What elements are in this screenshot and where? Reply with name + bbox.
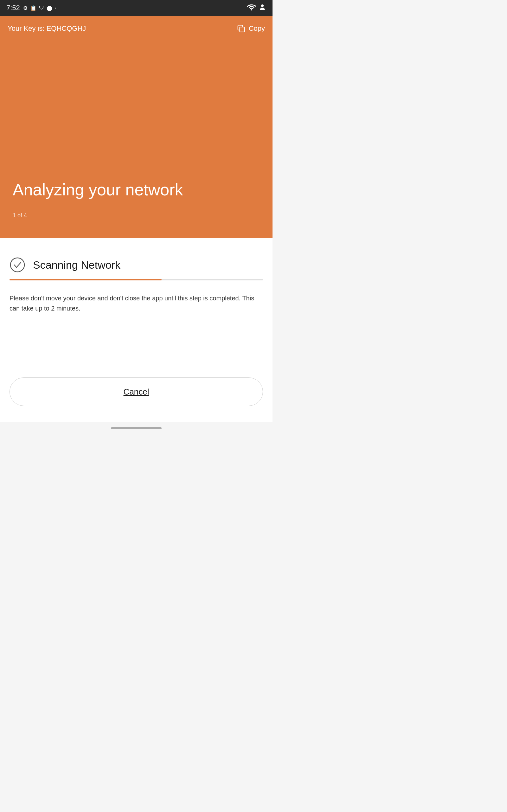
instruction-text: Please don't move your device and don't …	[9, 293, 263, 313]
status-icons: ⚙ 📋 🛡 ⬤ •	[23, 5, 56, 11]
progress-bar	[9, 279, 263, 281]
page-indicator: 1 of 4	[13, 212, 260, 219]
copy-button[interactable]: Copy	[237, 24, 265, 33]
status-bar-right	[247, 3, 266, 12]
circle-icon: ⬤	[47, 5, 52, 11]
person-icon	[259, 3, 266, 12]
check-circle-icon	[9, 257, 25, 273]
home-indicator	[0, 422, 273, 435]
gear-icon: ⚙	[23, 5, 27, 11]
home-bar	[111, 427, 162, 429]
content-section: Scanning Network Please don't move your …	[0, 238, 273, 422]
copy-icon	[237, 24, 245, 33]
spacer	[9, 326, 263, 377]
dot-icon: •	[55, 6, 56, 10]
svg-point-0	[261, 4, 264, 7]
hero-title: Analyzing your network	[13, 180, 260, 200]
status-bar-left: 7:52 ⚙ 📋 🛡 ⬤ •	[6, 4, 56, 12]
scanning-row: Scanning Network	[9, 257, 263, 273]
shield-icon: 🛡	[39, 5, 44, 11]
scanning-label: Scanning Network	[33, 259, 120, 271]
key-label: Your Key is: EQHCQGHJ	[8, 24, 86, 33]
progress-fill	[9, 279, 162, 281]
cancel-label: Cancel	[124, 387, 149, 397]
status-time: 7:52	[6, 4, 20, 12]
svg-point-2	[10, 258, 24, 272]
app-bar: Your Key is: EQHCQGHJ Copy	[0, 16, 273, 41]
svg-rect-1	[239, 27, 244, 32]
hero-section: Analyzing your network 1 of 4	[0, 41, 273, 238]
status-bar: 7:52 ⚙ 📋 🛡 ⬤ •	[0, 0, 273, 16]
cancel-button[interactable]: Cancel	[9, 377, 263, 406]
wifi-icon	[247, 4, 256, 12]
clipboard-icon: 📋	[30, 5, 37, 11]
copy-label: Copy	[249, 24, 265, 33]
